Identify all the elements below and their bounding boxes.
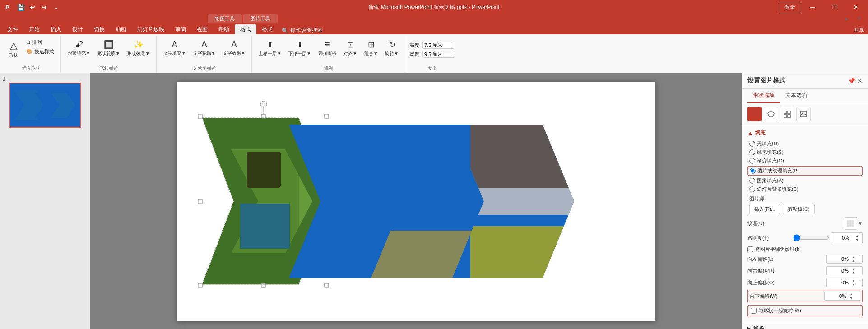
ribbon-btn-wordart-effect[interactable]: A 文字效果▼	[220, 38, 248, 58]
effects-icon-btn[interactable]	[764, 107, 778, 121]
line-section-header[interactable]: ▶ 线条	[742, 322, 868, 329]
slide-thumb-inner	[10, 83, 80, 127]
texture-dropdown-btn[interactable]: ▼	[858, 221, 863, 226]
ribbon-btn-backward[interactable]: ⬇ 下移一层▼	[286, 38, 314, 59]
offset-right-down-btn[interactable]: ▼	[850, 271, 857, 275]
undo-button[interactable]: ↩	[27, 2, 38, 13]
offset-bottom-input[interactable]	[825, 292, 848, 300]
search-bar[interactable]: 🔍 操作说明搜索	[282, 27, 323, 34]
offset-right-up-btn[interactable]: ▲	[850, 267, 857, 271]
fill-option-gradient[interactable]: 渐变填充(G)	[747, 158, 863, 164]
width-input[interactable]	[422, 51, 454, 58]
flatten-checkbox-row[interactable]: 将图片平铺为纹理(I)	[747, 246, 863, 253]
height-input[interactable]	[422, 42, 454, 49]
align-icon: ⊡	[347, 40, 354, 50]
ribbon-btn-fill[interactable]: 🖌 形状填充▼	[65, 38, 93, 58]
close-button[interactable]: ✕	[845, 0, 866, 14]
restore-button[interactable]: ❐	[824, 0, 845, 14]
transparency-down-btn[interactable]: ▼	[854, 238, 860, 242]
login-button[interactable]: 登录	[779, 2, 801, 13]
arrange-icon: ⊞	[26, 39, 30, 45]
shapes-icon: △	[10, 40, 18, 51]
tab-format-picture[interactable]: 格式	[256, 24, 278, 34]
svg-rect-37	[470, 226, 574, 278]
tab-review[interactable]: 审阅	[170, 24, 191, 34]
redo-button[interactable]: ↪	[39, 2, 50, 13]
canvas-area	[90, 73, 742, 329]
offset-bottom-up-btn[interactable]: ▲	[848, 292, 854, 296]
offset-bottom-down-btn[interactable]: ▼	[848, 296, 854, 300]
offset-top-up-btn[interactable]: ▲	[850, 278, 857, 283]
tab-home[interactable]: 开始	[23, 24, 45, 34]
rotate-checkbox[interactable]	[751, 308, 757, 314]
slide-canvas[interactable]	[177, 82, 655, 321]
ribbon-btn-wordart-outline[interactable]: A 文字轮廓▼	[190, 38, 218, 58]
tab-view[interactable]: 视图	[191, 24, 213, 34]
offset-left-up-btn[interactable]: ▲	[850, 255, 857, 259]
ribbon-btn-quickstyle[interactable]: 🎨 快速样式	[23, 47, 57, 56]
tab-file[interactable]: 文件	[2, 24, 23, 34]
title-bar-right: 登录 — ❐ ✕	[779, 0, 868, 14]
fill-option-solid[interactable]: 纯色填充(S)	[747, 149, 863, 156]
offset-left-down-btn[interactable]: ▼	[850, 259, 857, 263]
panel-tab-text[interactable]: 文本选项	[780, 89, 812, 103]
minimize-button[interactable]: —	[802, 0, 823, 14]
line-section-title: 线条	[753, 325, 764, 329]
insert-image-button[interactable]: 插入(R)...	[749, 204, 780, 214]
layout-icon-btn[interactable]	[780, 107, 794, 121]
slide-number: 1	[2, 77, 88, 82]
fill-line-icon-btn[interactable]	[747, 107, 762, 121]
tab-transitions[interactable]: 切换	[88, 24, 110, 34]
transparency-input[interactable]	[833, 235, 849, 241]
tab-help[interactable]: 帮助	[213, 24, 235, 34]
tab-design[interactable]: 设计	[67, 24, 88, 34]
tab-insert[interactable]: 插入	[45, 24, 67, 34]
wordart-effect-icon: A	[231, 40, 237, 49]
ribbon-btn-rotate[interactable]: ↻ 旋转▼	[382, 38, 401, 59]
image-icon-btn[interactable]	[796, 107, 811, 121]
fill-option-pattern[interactable]: 图案填充(A)	[747, 177, 863, 184]
ribbon-btn-wordart-fill[interactable]: A 文字填充▼	[161, 38, 189, 58]
offset-right-input[interactable]	[827, 267, 850, 274]
tab-format-drawing[interactable]: 格式	[235, 24, 256, 34]
offset-left-input[interactable]	[827, 255, 850, 263]
ribbon-group-arrange-content: ⬆ 上移一层▼ ⬇ 下移一层▼ ≡ 选择窗格 ⊡ 对齐▼ ⊞ 组合▼ ↻ 旋转▼	[256, 36, 401, 65]
transparency-slider[interactable]	[793, 234, 829, 241]
flatten-checkbox[interactable]	[747, 246, 753, 252]
fill-option-none[interactable]: 无填充(N)	[747, 140, 863, 147]
ribbon-btn-outline[interactable]: 🔲 形状轮廓▼	[95, 38, 123, 59]
ribbon-btn-group[interactable]: ⊞ 组合▼	[362, 38, 381, 59]
wordart-fill-icon: A	[172, 40, 177, 49]
offset-right-row: 向右偏移(R) ▲ ▼	[747, 266, 863, 275]
ribbon-close-button[interactable]: ✕	[854, 14, 864, 23]
ribbon-btn-forward[interactable]: ⬆ 上移一层▼	[256, 38, 284, 59]
fill-option-slidebg[interactable]: 幻灯片背景填充(B)	[747, 186, 863, 193]
ribbon-btn-align[interactable]: ⊡ 对齐▼	[341, 38, 360, 59]
rotate-label: 与形状一起旋转(W)	[758, 307, 801, 314]
texture-button[interactable]	[845, 217, 857, 230]
ribbon-btn-shapes[interactable]: △ 形状	[5, 38, 22, 60]
panel-close-button[interactable]: ✕	[857, 77, 863, 84]
grid-icon	[783, 110, 791, 118]
panel-tab-shape[interactable]: 形状选项	[747, 89, 780, 103]
clipboard-button[interactable]: 剪贴板(C)	[783, 204, 814, 214]
offset-top-down-btn[interactable]: ▼	[850, 283, 857, 287]
panel-pin-button[interactable]: 📌	[848, 77, 855, 84]
slide-thumbnail[interactable]	[9, 83, 81, 128]
right-panel-header: 设置图片格式 📌 ✕	[742, 73, 868, 89]
transparency-up-btn[interactable]: ▲	[854, 234, 860, 238]
customize-qat-button[interactable]: ⌄	[51, 2, 61, 13]
tab-animations[interactable]: 动画	[110, 24, 132, 34]
ribbon-minimize-button[interactable]: ▲	[841, 14, 852, 23]
save-button[interactable]: 💾	[15, 2, 26, 13]
svg-rect-41	[788, 111, 790, 114]
tab-slideshow[interactable]: 幻灯片放映	[132, 24, 170, 34]
ribbon-btn-effect[interactable]: ✨ 形状效果▼	[125, 38, 153, 59]
share-button[interactable]: 共享	[854, 27, 864, 34]
fill-option-picture[interactable]: 图片或纹理填充(P)	[747, 166, 863, 176]
rotate-checkbox-row[interactable]: 与形状一起旋转(W)	[747, 305, 863, 316]
ribbon-btn-arrange[interactable]: ⊞ 排列	[23, 38, 57, 46]
ribbon-btn-select-pane[interactable]: ≡ 选择窗格	[316, 38, 339, 58]
fill-expand-icon[interactable]: ▲	[747, 130, 753, 136]
offset-top-input[interactable]	[827, 279, 850, 286]
